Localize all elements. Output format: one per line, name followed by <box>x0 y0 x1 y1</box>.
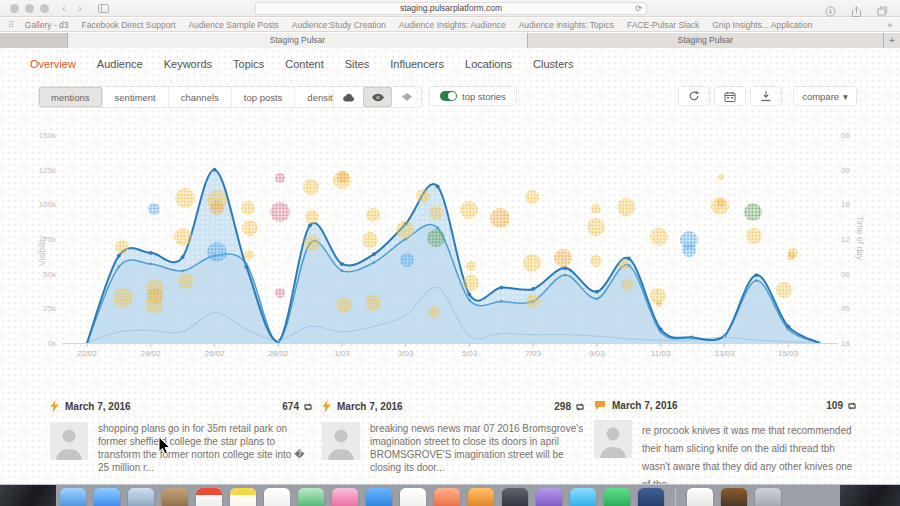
dock-icon-textedit[interactable] <box>687 488 713 506</box>
retweet-count: 298 <box>554 401 586 412</box>
dock-icon-safari[interactable] <box>94 488 120 506</box>
retweet-icon <box>846 401 858 411</box>
bookmarks-bar: ⠿ Gallery - d3Facebook Direct SupportAud… <box>0 18 900 32</box>
dock-icon-numbers[interactable] <box>298 488 324 506</box>
bookmarks-overflow[interactable]: » <box>887 20 892 30</box>
filter-sentiment[interactable]: sentiment <box>103 87 169 107</box>
dock-icon-pixelmator[interactable] <box>536 488 562 506</box>
cloud-view-button[interactable] <box>334 87 363 107</box>
dock-icon-skype[interactable] <box>570 488 596 506</box>
x-axis-tick: 5/03 <box>449 349 489 358</box>
dock-icon-steam[interactable] <box>502 488 528 506</box>
x-axis-tick: 24/02 <box>131 349 171 358</box>
nav-tab-overview[interactable]: Overview <box>30 56 76 72</box>
url-field[interactable]: staging.pulsarplatform.com ⟳ <box>255 2 647 15</box>
dock-icon-photos[interactable] <box>400 488 426 506</box>
bookmark-item[interactable]: Gallery - d3 <box>25 20 69 30</box>
x-axis-tick: 9/03 <box>577 349 617 358</box>
download-button[interactable] <box>750 86 782 106</box>
tab-bar: Staging Pulsar Staging Pulsar + <box>0 33 900 48</box>
dock-icon-finder[interactable] <box>60 488 86 506</box>
eye-icon <box>371 93 385 102</box>
filter-top-posts[interactable]: top posts <box>232 87 296 107</box>
story-header: March 7, 2016 298 <box>322 400 586 413</box>
x-axis-tick: 3/03 <box>386 349 426 358</box>
dock-icon-app-store[interactable] <box>366 488 392 506</box>
back-button[interactable]: ‹ <box>62 1 66 16</box>
new-tab-button[interactable]: + <box>884 33 900 48</box>
dock-icon-ibooks[interactable] <box>434 488 460 506</box>
story-text: re procook knives it was me that recomme… <box>642 425 852 490</box>
bookmarks-list: Gallery - d3Facebook Direct SupportAudie… <box>25 20 880 30</box>
dock-icon-spotify[interactable] <box>604 488 630 506</box>
bookmark-item[interactable]: Audience:Study Creation <box>292 20 386 30</box>
primary-nav: OverviewAudienceKeywordsTopicsContentSit… <box>30 56 573 72</box>
filter-mentions[interactable]: mentions <box>39 87 103 107</box>
bookmark-item[interactable]: Facebook Direct Support <box>82 20 176 30</box>
nav-tab-influencers[interactable]: Influencers <box>390 56 444 72</box>
story-date: March 7, 2016 <box>65 401 131 412</box>
x-axis-tick: 13/03 <box>704 349 744 358</box>
bookmark-item[interactable]: Audience Sample Posts <box>189 20 279 30</box>
dock-divider <box>675 488 676 506</box>
dock-icon-notes[interactable] <box>230 488 256 506</box>
nav-tab-locations[interactable]: Locations <box>465 56 512 72</box>
zoom-window-button[interactable] <box>40 4 49 13</box>
sidebar-icon[interactable] <box>98 4 109 13</box>
bookmark-item[interactable]: Audience Insights: Audience <box>399 20 506 30</box>
dock-icon-calendar[interactable] <box>196 488 222 506</box>
tab-staging-pulsar-inactive[interactable]: Staging Pulsar <box>528 33 884 48</box>
y-axis-tick-left: 50k <box>30 270 56 279</box>
dock-icon-firefox[interactable] <box>468 488 494 506</box>
story-text: breaking news news mar 07 2016 Bromsgrov… <box>370 422 586 474</box>
dock-icon-app-dark-blue[interactable] <box>638 488 664 506</box>
nav-tab-audience[interactable]: Audience <box>97 56 143 72</box>
y-axis-tick-right: 06 <box>841 131 850 140</box>
top-story-card[interactable]: March 7, 2016 298 breaking news news mar… <box>322 400 586 474</box>
bolt-icon <box>50 400 59 413</box>
reload-icon[interactable]: ⟳ <box>635 4 642 14</box>
dock-icon-contacts[interactable] <box>162 488 188 506</box>
filter-channels[interactable]: channels <box>169 87 232 107</box>
retweet-count: 109 <box>826 400 858 411</box>
dock-icon-itunes[interactable] <box>332 488 358 506</box>
nav-tab-clusters[interactable]: Clusters <box>533 56 573 72</box>
nav-tab-sites[interactable]: Sites <box>345 56 369 72</box>
minimize-window-button[interactable] <box>25 4 34 13</box>
refresh-icon <box>688 90 700 102</box>
nav-tab-content[interactable]: Content <box>285 56 324 72</box>
top-story-card[interactable]: March 7, 2016 674 shopping plans go in f… <box>50 400 314 474</box>
nav-tab-topics[interactable]: Topics <box>233 56 264 72</box>
compare-dropdown[interactable]: compare ▾ <box>793 86 857 106</box>
x-axis-tick: 22/02 <box>67 349 107 358</box>
close-window-button[interactable] <box>10 4 19 13</box>
story-date: March 7, 2016 <box>337 401 403 412</box>
forward-button[interactable]: › <box>78 1 82 16</box>
eye-view-button[interactable] <box>363 87 392 107</box>
bookmark-item[interactable]: Audience insights: Topics <box>519 20 614 30</box>
metric-filter-group: mentionssentimentchannelstop postsdensit… <box>38 86 350 108</box>
y-axis-tick-right: 00 <box>841 304 850 313</box>
bookmark-item[interactable]: Gnip Insights... Application <box>712 20 812 30</box>
nav-tab-keywords[interactable]: Keywords <box>164 56 212 72</box>
top-stories-toggle-button[interactable]: top stories <box>429 86 517 106</box>
dock-icon-app-misc[interactable] <box>721 488 747 506</box>
x-axis-tick: 15/03 <box>768 349 808 358</box>
top-stories-toggle[interactable] <box>440 91 457 101</box>
refresh-button[interactable] <box>678 86 710 106</box>
browser-window: ‹ › staging.pulsarplatform.com ⟳ ⠿ Galle… <box>0 0 900 506</box>
tab-staging-pulsar-active[interactable]: Staging Pulsar <box>68 33 528 48</box>
macos-dock <box>0 484 900 506</box>
dock-icon-mail[interactable] <box>128 488 154 506</box>
signal-view-button[interactable] <box>392 87 421 107</box>
calendar-icon <box>724 91 736 102</box>
story-body: breaking news news mar 07 2016 Bromsgrov… <box>322 422 586 474</box>
dock-icon-reminders[interactable] <box>264 488 290 506</box>
tab-bar-spacer <box>0 33 68 48</box>
bookmark-item[interactable]: FACE-Pulsar Slack <box>627 20 699 30</box>
dock-icon-trash[interactable] <box>755 488 781 506</box>
calendar-button[interactable] <box>714 86 746 106</box>
dock-icon-top <box>230 488 256 495</box>
bookmarks-grid-icon[interactable]: ⠿ <box>8 20 15 30</box>
dock-icon-top <box>196 488 222 495</box>
